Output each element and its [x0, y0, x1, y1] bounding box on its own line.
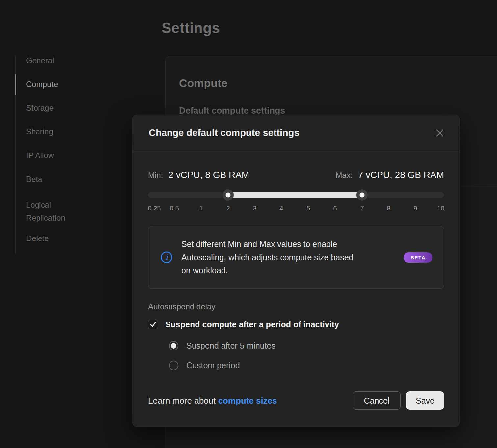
custom-period-label: Custom period	[186, 361, 240, 370]
compute-range-slider[interactable]	[148, 189, 444, 201]
suspend-compute-checkbox[interactable]	[148, 320, 158, 329]
slider-handle-min[interactable]	[222, 189, 234, 201]
slider-tick-labels: 0.25 0.5 1 2 3 4 5 6 7 8 9 10	[148, 203, 444, 213]
tick-0.5: 0.5	[170, 203, 179, 213]
dialog-body: Min: 2 vCPU, 8 GB RAM Max: 7 vCPU, 28 GB…	[132, 170, 460, 410]
tick-9: 9	[413, 203, 417, 213]
tick-4: 4	[279, 203, 283, 213]
sidebar-item-compute[interactable]: Compute	[26, 80, 105, 89]
suspend-after-5-minutes-label: Suspend after 5 minutes	[186, 341, 275, 350]
max-label: Max:	[336, 171, 353, 180]
page-title: Settings	[162, 20, 220, 36]
min-label: Min:	[148, 171, 163, 180]
sidebar-item-beta[interactable]: Beta	[26, 175, 105, 184]
cancel-button[interactable]: Cancel	[353, 391, 401, 410]
dialog-title: Change default compute settings	[149, 127, 300, 138]
beta-badge: BETA	[404, 252, 432, 263]
tick-6: 6	[333, 203, 337, 213]
tick-3: 3	[253, 203, 256, 213]
suspend-compute-checkbox-label: Suspend compute after a period of inacti…	[165, 320, 339, 329]
info-icon: i	[160, 251, 173, 264]
custom-period-option[interactable]: Custom period	[169, 360, 444, 370]
autosuspend-delay-label: Autosuspend delay	[148, 302, 444, 312]
dialog-header: Change default compute settings	[132, 115, 460, 151]
tick-5: 5	[306, 203, 310, 213]
dialog-footer: Learn more about compute sizes Cancel Sa…	[148, 391, 444, 410]
tick-1: 1	[199, 203, 203, 213]
compute-section-heading: Compute	[179, 77, 227, 90]
change-compute-settings-dialog: Change default compute settings Min: 2 v…	[132, 115, 460, 427]
sidebar-item-general[interactable]: General	[26, 56, 105, 65]
suspend-compute-checkbox-row[interactable]: Suspend compute after a period of inacti…	[148, 320, 444, 329]
tick-2: 2	[226, 203, 230, 213]
settings-sidebar: General Compute Storage Sharing IP Allow…	[26, 56, 105, 258]
sidebar-item-storage[interactable]: Storage	[26, 103, 105, 113]
min-value: 2 vCPU, 8 GB RAM	[168, 170, 249, 180]
tick-8: 8	[387, 203, 390, 213]
autoscaling-info-text: Set different Min and Max values to enab…	[181, 238, 399, 277]
slider-active-range	[228, 192, 362, 198]
minmax-row: Min: 2 vCPU, 8 GB RAM Max: 7 vCPU, 28 GB…	[148, 170, 444, 182]
suspend-after-5-minutes-option[interactable]: Suspend after 5 minutes	[169, 341, 444, 350]
tick-0.25: 0.25	[148, 203, 161, 213]
max-group: Max: 7 vCPU, 28 GB RAM	[336, 170, 444, 180]
learn-more-text: Learn more about compute sizes	[148, 396, 277, 406]
save-button[interactable]: Save	[406, 391, 444, 410]
sidebar-item-delete[interactable]: Delete	[26, 234, 105, 243]
min-group: Min: 2 vCPU, 8 GB RAM	[148, 170, 249, 180]
tick-7: 7	[360, 203, 364, 213]
autoscaling-info-box: i Set different Min and Max values to en…	[148, 226, 444, 289]
footer-buttons: Cancel Save	[353, 391, 444, 410]
sidebar-item-sharing[interactable]: Sharing	[26, 127, 105, 136]
compute-sizes-link[interactable]: compute sizes	[218, 396, 277, 406]
radio-unselected-icon[interactable]	[169, 361, 178, 370]
sidebar-item-logical-replication[interactable]: Logical Replication	[26, 198, 75, 225]
svg-text:i: i	[165, 253, 168, 262]
radio-selected-icon[interactable]	[169, 341, 178, 350]
sidebar-item-ip-allow[interactable]: IP Allow	[26, 151, 105, 160]
slider-handle-max[interactable]	[356, 189, 368, 201]
tick-10: 10	[437, 203, 444, 213]
settings-page: Settings General Compute Storage Sharing…	[0, 0, 497, 448]
max-value: 7 vCPU, 28 GB RAM	[358, 170, 444, 180]
close-icon[interactable]	[434, 127, 445, 139]
